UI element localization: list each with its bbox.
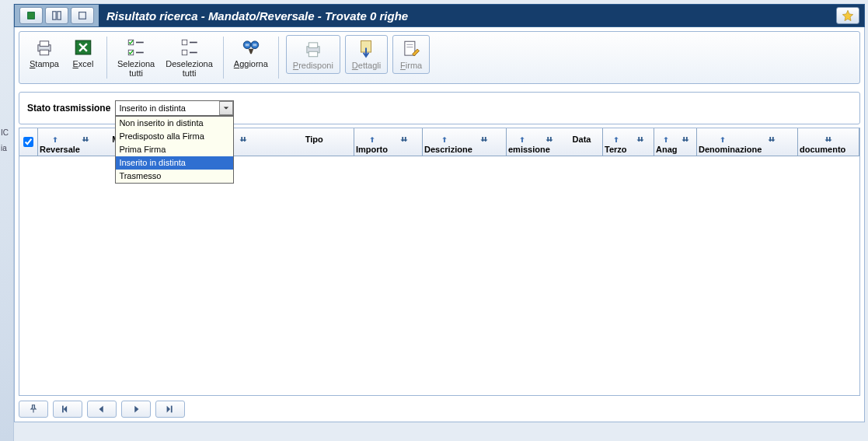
page-prev-button[interactable] xyxy=(87,401,117,418)
dropdown-option[interactable]: Predisposto alla Firma xyxy=(116,130,233,143)
pager xyxy=(19,401,860,418)
dropdown-option[interactable]: Inserito in distinta xyxy=(116,156,233,170)
col-label: documento xyxy=(800,145,857,154)
col-label: emissione xyxy=(508,145,601,154)
column-data-emissione[interactable]: Data emissione xyxy=(507,128,603,156)
dropdown-option[interactable]: Prima Firma xyxy=(116,143,233,156)
table-body-empty xyxy=(19,156,859,395)
stato-trasmissione-label: Stato trasmissione xyxy=(27,103,110,114)
svg-rect-13 xyxy=(182,50,187,55)
pin-button[interactable] xyxy=(19,401,48,418)
page-next-button[interactable] xyxy=(121,401,151,418)
column-importo[interactable]: Importo xyxy=(354,128,423,156)
dropdown-list: Non inserito in distinta Predisposto all… xyxy=(115,116,234,184)
dropdown-option[interactable]: Trasmesso xyxy=(116,170,233,183)
page-last-button[interactable] xyxy=(155,401,185,418)
column-denominazione[interactable]: Denominazione xyxy=(697,128,798,156)
dettagli-button[interactable]: Dettagli xyxy=(345,35,388,74)
select-all-checkbox[interactable] xyxy=(23,137,33,147)
col-label: Denominazione xyxy=(699,145,796,154)
column-anag[interactable]: Anag xyxy=(654,128,697,156)
side-label: IC xyxy=(1,128,9,137)
stampa-button[interactable]: Stampa xyxy=(24,35,64,71)
excel-button[interactable]: Excel xyxy=(64,35,102,71)
aggiorna-button[interactable]: Aggiorna xyxy=(228,35,274,71)
column-descrizione[interactable]: Descrizione xyxy=(423,128,507,156)
svg-rect-0 xyxy=(28,12,35,19)
predisponi-button[interactable]: Predisponi xyxy=(286,35,340,74)
chevron-down-icon[interactable] xyxy=(219,101,233,115)
filter-bar: Stato trasmissione Inserito in distinta … xyxy=(19,92,860,124)
column-check[interactable] xyxy=(19,128,38,156)
col-label: Descrizione xyxy=(424,145,504,154)
svg-rect-6 xyxy=(40,50,48,55)
svg-rect-27 xyxy=(62,406,64,413)
col-label: Importo xyxy=(356,145,420,154)
win-restore-button[interactable] xyxy=(71,7,94,24)
page-first-button[interactable] xyxy=(53,401,82,418)
win-minimize-button[interactable] xyxy=(19,7,43,24)
svg-rect-1 xyxy=(53,12,56,20)
deseleziona-tutti-button[interactable]: Deselezionatutti xyxy=(160,35,218,80)
svg-rect-12 xyxy=(182,40,187,45)
svg-rect-28 xyxy=(171,406,173,413)
dropdown-option[interactable]: Non inserito in distinta xyxy=(116,117,233,130)
svg-rect-18 xyxy=(246,44,249,46)
firma-button[interactable]: Firma xyxy=(392,35,430,74)
column-terzo[interactable]: Terzo xyxy=(603,128,654,156)
titlebar: Risultato ricerca - Mandato/Reversale - … xyxy=(14,4,865,27)
win-split-button[interactable] xyxy=(45,7,68,24)
col-label: Anag xyxy=(656,145,695,154)
svg-rect-3 xyxy=(79,12,86,19)
column-documento[interactable]: documento xyxy=(798,128,859,156)
svg-rect-22 xyxy=(309,51,317,57)
stato-trasmissione-dropdown[interactable]: Inserito in distinta Non inserito in dis… xyxy=(115,100,234,116)
svg-rect-5 xyxy=(40,41,48,47)
svg-rect-21 xyxy=(309,43,317,48)
svg-rect-19 xyxy=(253,44,256,46)
svg-rect-2 xyxy=(58,12,61,20)
col-label: Terzo xyxy=(605,145,652,154)
window-title: Risultato ricerca - Mandato/Reversale - … xyxy=(99,6,836,26)
toolbar: Stampa Excel Selezionatutti Deselezionat… xyxy=(19,31,860,84)
favorite-button[interactable] xyxy=(836,7,859,24)
side-label-2: ia xyxy=(1,144,7,152)
dropdown-selected[interactable]: Inserito in distinta xyxy=(115,100,234,116)
seleziona-tutti-button[interactable]: Selezionatutti xyxy=(112,35,160,80)
